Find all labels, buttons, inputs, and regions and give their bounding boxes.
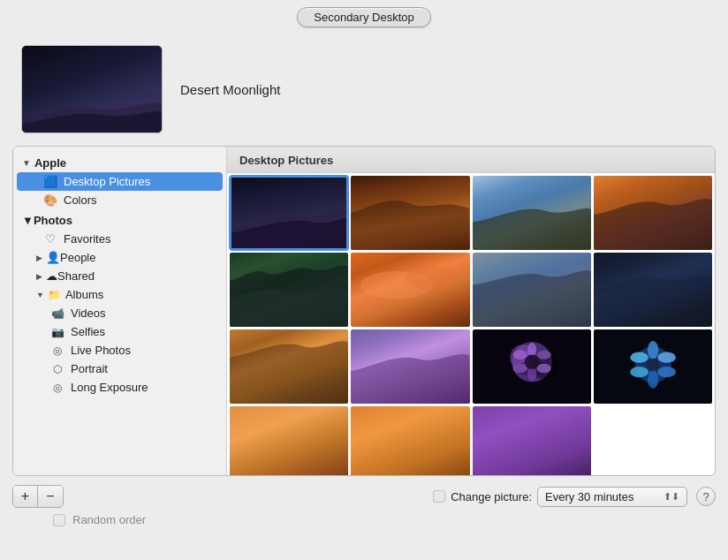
random-order-checkbox[interactable]	[53, 514, 65, 526]
remove-button[interactable]: −	[38, 486, 63, 507]
sidebar: ▼ Apple 🟦 Desktop Pictures 🎨 Colors ▼ Ph…	[13, 147, 227, 475]
scene-15	[473, 406, 591, 475]
add-remove-buttons: + −	[12, 485, 64, 508]
albums-folder-icon: 📁	[48, 289, 61, 301]
long-exposure-icon: ◎	[50, 382, 64, 394]
sidebar-item-long-exposure[interactable]: ◎ Long Exposure	[13, 378, 226, 397]
grid-item-15[interactable]	[473, 406, 591, 475]
sidebar-item-shared[interactable]: ▶ ☁ Shared	[13, 267, 226, 285]
help-button[interactable]: ?	[696, 487, 716, 506]
content-header: Desktop Pictures	[227, 147, 715, 173]
sidebar-item-people[interactable]: ▶ 👤 People	[13, 248, 226, 267]
cloud-icon: ☁	[46, 269, 57, 283]
sidebar-item-selfies[interactable]: 📷 Selfies	[13, 322, 226, 341]
wallpaper-name: Desert Moonlight	[180, 82, 280, 97]
portrait-icon: ⬡	[50, 363, 64, 375]
svg-point-1	[406, 268, 460, 290]
svg-point-8	[536, 364, 551, 373]
grid-item-12[interactable]	[594, 329, 712, 404]
interval-value: Every 30 minutes	[545, 490, 633, 503]
svg-point-7	[536, 350, 551, 359]
sidebar-section-photos[interactable]: ▼ Photos	[13, 211, 226, 230]
sidebar-item-portrait[interactable]: ⬡ Portrait	[13, 359, 226, 378]
video-icon: 📹	[50, 307, 64, 320]
sidebar-item-favorites[interactable]: ♡ Favorites	[17, 230, 223, 248]
grid-item-4[interactable]	[594, 176, 712, 250]
sidebar-item-videos[interactable]: 📹 Videos	[13, 304, 226, 322]
scene-3	[473, 176, 591, 250]
person-icon: 👤	[46, 251, 60, 264]
sidebar-section-apple[interactable]: ▼ Apple	[13, 154, 226, 172]
grid-item-2[interactable]	[351, 176, 469, 250]
add-button[interactable]: +	[13, 486, 38, 507]
grid-item-13[interactable]	[230, 406, 348, 475]
grid-item-14[interactable]	[351, 406, 469, 475]
sidebar-item-desktop-pictures[interactable]: 🟦 Desktop Pictures	[17, 172, 223, 191]
sidebar-item-colors[interactable]: 🎨 Colors	[17, 191, 223, 209]
triangle-apple: ▼	[22, 158, 31, 168]
svg-point-20	[647, 358, 659, 370]
grid-item-11[interactable]	[473, 329, 591, 404]
top-bar: Secondary Desktop	[0, 0, 728, 36]
grid-item-1[interactable]	[230, 176, 348, 250]
change-picture-checkbox[interactable]	[433, 490, 445, 503]
grid-item-8[interactable]	[594, 253, 712, 327]
svg-point-11	[512, 350, 527, 359]
grid-item-10[interactable]	[351, 329, 469, 404]
videos-label: Videos	[71, 306, 106, 320]
secondary-desktop-button[interactable]: Secondary Desktop	[297, 7, 430, 27]
triangle-people: ▶	[36, 254, 42, 262]
live-photos-icon: ◎	[50, 344, 64, 357]
svg-point-16	[657, 367, 676, 377]
favorites-label: Favorites	[64, 232, 110, 246]
grid-item-6[interactable]	[351, 253, 469, 327]
albums-label: Albums	[65, 288, 103, 301]
grid-item-5[interactable]	[230, 253, 348, 327]
heart-icon: ♡	[43, 232, 57, 246]
change-picture-row: Change picture: Every 30 minutes ⬆⬇	[433, 487, 687, 507]
bottom-bar-row1: + − Change picture: Every 30 minutes ⬆⬇ …	[0, 476, 728, 511]
scene-9	[230, 329, 348, 404]
apple-label: Apple	[34, 156, 66, 170]
svg-point-18	[630, 367, 648, 377]
live-photos-label: Live Photos	[71, 344, 131, 357]
scene-12	[594, 329, 712, 404]
selfies-label: Selfies	[71, 325, 105, 338]
scene-8	[594, 253, 712, 327]
random-order-label: Random order	[72, 513, 146, 526]
triangle-shared: ▶	[36, 272, 42, 281]
portrait-label: Portrait	[71, 362, 108, 375]
scene-5	[230, 253, 348, 327]
sidebar-item-live-photos[interactable]: ◎ Live Photos	[13, 341, 226, 359]
grid-item-7[interactable]	[473, 253, 591, 327]
scene-11	[473, 329, 591, 404]
people-label: People	[60, 251, 95, 264]
scene-4	[594, 176, 712, 250]
triangle-photos: ▼	[22, 214, 34, 227]
scene-2	[351, 176, 469, 250]
grid-item-9[interactable]	[230, 329, 348, 404]
svg-point-10	[512, 364, 527, 373]
preview-thumb-inner	[22, 46, 162, 132]
desktop-pictures-label: Desktop Pictures	[64, 175, 150, 188]
selfie-icon: 📷	[50, 326, 64, 338]
main-panel: ▼ Apple 🟦 Desktop Pictures 🎨 Colors ▼ Ph…	[12, 146, 716, 476]
svg-point-19	[630, 352, 648, 362]
svg-point-15	[657, 352, 676, 362]
scene-13	[230, 406, 348, 475]
scene-14	[351, 406, 469, 475]
scene-6	[351, 253, 469, 327]
triangle-albums: ▼	[36, 291, 44, 299]
interval-dropdown[interactable]: Every 30 minutes ⬆⬇	[537, 487, 687, 507]
long-exposure-label: Long Exposure	[71, 381, 148, 394]
bottom-bar-row2: Random order	[0, 511, 728, 535]
shared-label: Shared	[57, 269, 95, 283]
grid-item-3[interactable]	[473, 176, 591, 250]
image-grid	[227, 173, 715, 475]
sidebar-section-albums[interactable]: ▼ 📁 Albums	[13, 285, 226, 304]
preview-area: Desert Moonlight	[0, 36, 728, 146]
colors-label: Colors	[64, 193, 97, 207]
dune-svg	[22, 84, 163, 132]
photos-label: Photos	[34, 214, 72, 227]
svg-point-17	[648, 370, 658, 389]
